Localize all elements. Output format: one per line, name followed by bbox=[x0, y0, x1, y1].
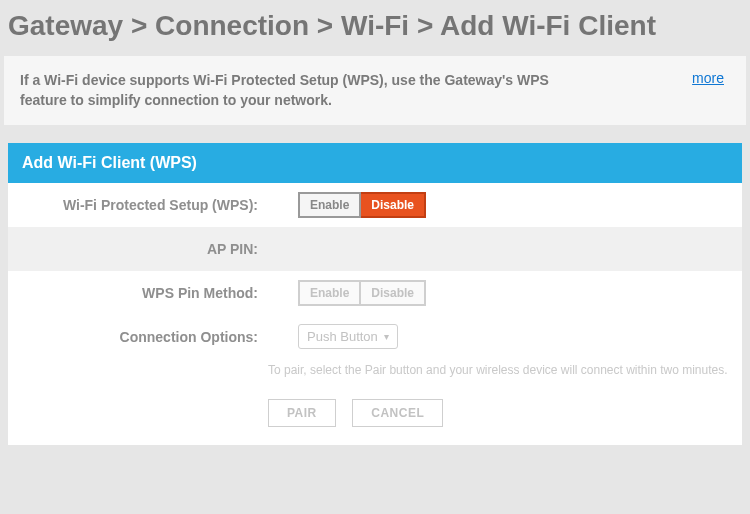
conn-opt-selected: Push Button bbox=[307, 329, 378, 344]
cancel-button[interactable]: CANCEL bbox=[352, 399, 443, 427]
label-pin-method: WPS Pin Method: bbox=[8, 285, 268, 301]
action-row: PAIR CANCEL bbox=[8, 391, 742, 445]
chevron-down-icon: ▾ bbox=[384, 331, 389, 342]
breadcrumb: Gateway > Connection > Wi-Fi > Add Wi-Fi… bbox=[0, 0, 750, 56]
wps-enable-button[interactable]: Enable bbox=[298, 192, 361, 218]
wps-toggle: Enable Disable bbox=[298, 192, 426, 218]
pair-button[interactable]: PAIR bbox=[268, 399, 336, 427]
row-wps: Wi-Fi Protected Setup (WPS): Enable Disa… bbox=[8, 183, 742, 227]
row-conn-opt: Connection Options: Push Button ▾ bbox=[8, 315, 742, 359]
pin-method-disable-button[interactable]: Disable bbox=[361, 280, 426, 306]
pin-method-enable-button[interactable]: Enable bbox=[298, 280, 361, 306]
pin-method-toggle: Enable Disable bbox=[298, 280, 426, 306]
row-ap-pin: AP PIN: bbox=[8, 227, 742, 271]
label-conn-opt: Connection Options: bbox=[8, 329, 268, 345]
row-pin-method: WPS Pin Method: Enable Disable bbox=[8, 271, 742, 315]
label-wps: Wi-Fi Protected Setup (WPS): bbox=[8, 197, 268, 213]
conn-opt-select[interactable]: Push Button ▾ bbox=[298, 324, 398, 349]
panel-wps: Add Wi-Fi Client (WPS) Wi-Fi Protected S… bbox=[8, 143, 742, 445]
more-link[interactable]: more bbox=[692, 70, 724, 86]
wps-disable-button[interactable]: Disable bbox=[361, 192, 426, 218]
panel-header: Add Wi-Fi Client (WPS) bbox=[8, 143, 742, 183]
info-text: If a Wi-Fi device supports Wi-Fi Protect… bbox=[20, 70, 580, 111]
label-ap-pin: AP PIN: bbox=[8, 241, 268, 257]
pair-hint: To pair, select the Pair button and your… bbox=[8, 359, 742, 391]
info-box: If a Wi-Fi device supports Wi-Fi Protect… bbox=[4, 56, 746, 125]
